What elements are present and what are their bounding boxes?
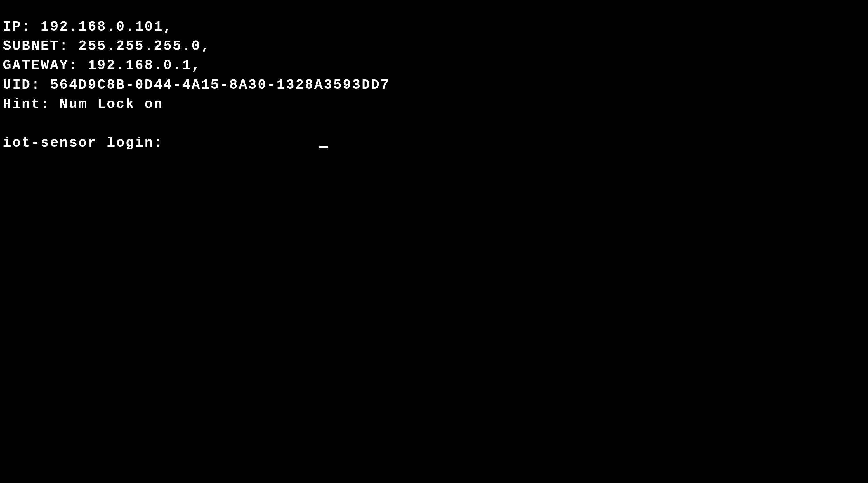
hint-line: Hint: Num Lock on [3,95,865,114]
blank-line [3,114,865,133]
login-prompt-text: iot-sensor login: [3,133,173,153]
login-input[interactable] [173,135,316,151]
gateway-line: GATEWAY: 192.168.0.1, [3,56,865,75]
cursor-icon [319,146,328,148]
uid-line: UID: 564D9C8B-0D44-4A15-8A30-1328A3593DD… [3,76,865,95]
subnet-line: SUBNET: 255.255.255.0, [3,36,865,56]
login-line: iot-sensor login: [3,133,865,153]
ip-line: IP: 192.168.0.101, [3,17,865,36]
